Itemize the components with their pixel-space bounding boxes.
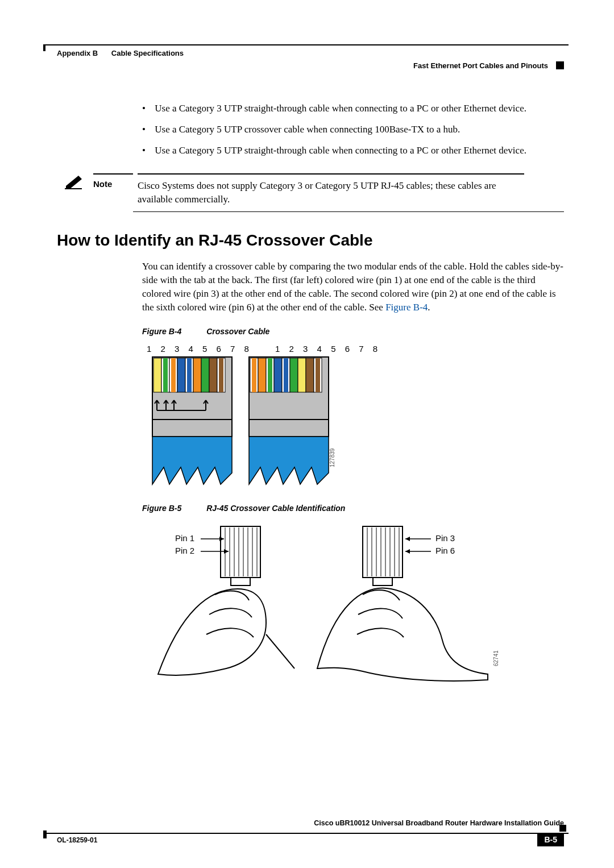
note-text: Cisco Systems does not supply Category 3… [138,173,524,206]
bullet-item: • Use a Category 3 UTP straight-through … [142,102,564,115]
bullet-icon: • [142,144,152,157]
svg-rect-24 [274,358,282,392]
figure-b5-id: 62741 [493,650,499,666]
footer-docnum: OL-18259-01 [57,836,97,844]
bullet-item: • Use a Category 5 UTP straight-through … [142,144,564,157]
content: • Use a Category 3 UTP straight-through … [57,102,564,688]
footer-rule [45,833,569,834]
chapter-label: Cable Specifications [111,49,184,57]
bullet-text: Use a Category 3 UTP straight-through ca… [155,103,526,114]
svg-rect-20 [252,358,256,392]
svg-rect-8 [177,358,185,392]
bullet-icon: • [142,123,152,136]
pencil-icon [57,173,91,192]
para-post: . [428,302,430,313]
svg-rect-16 [152,420,232,437]
footer-marker-left [43,830,47,838]
svg-marker-33 [249,437,329,484]
svg-rect-11 [193,358,201,392]
svg-rect-28 [298,358,306,392]
svg-rect-1 [65,188,82,189]
para-pre: You can identify a crossover cable by co… [142,261,563,312]
svg-rect-15 [219,358,223,392]
pin2-label: Pin 2 [175,546,194,555]
figure-b4-caption: Figure B-4 Crossover Cable [142,327,564,336]
note-block: Note Cisco Systems does not supply Categ… [57,173,564,213]
appendix-label: Appendix B [57,49,98,57]
figure-b5-label: Figure B-5 [142,504,181,513]
note-label: Note [93,173,133,189]
top-rule [45,44,569,45]
crossover-connectors-svg: 127839 [147,354,340,490]
svg-rect-53 [373,578,392,585]
pin-numbers-left: 1 2 3 4 5 6 7 8 [147,344,252,354]
svg-rect-43 [231,578,250,585]
footer-title: Cisco uBR10012 Universal Broadband Route… [314,819,564,827]
svg-marker-17 [152,437,232,484]
figure-b5-art: Pin 1 Pin 2 Pin 3 Pin 6 62741 [147,521,564,688]
heading-crossover: How to Identify an RJ-45 Crossover Cable [57,231,564,250]
svg-rect-23 [268,358,272,392]
rj45-hands-svg: Pin 1 Pin 2 Pin 3 Pin 6 62741 [147,521,511,686]
pin-numbers-right: 1 2 3 4 5 6 7 8 [275,344,381,354]
body-paragraph: You can identify a crossover cable by co… [142,260,564,314]
note-underline [133,211,564,212]
svg-rect-5 [163,358,168,392]
pin1-label: Pin 1 [175,533,194,543]
svg-rect-27 [290,358,298,392]
figure-b4-art: 1 2 3 4 5 6 7 8 1 2 3 4 5 6 7 8 [147,344,564,492]
pin6-label: Pin 6 [435,546,455,555]
svg-rect-12 [201,358,209,392]
pin-numbers-row: 1 2 3 4 5 6 7 8 1 2 3 4 5 6 7 8 [147,344,564,354]
svg-rect-13 [209,358,217,392]
footer-marker-right [559,825,566,832]
svg-rect-3 [154,358,161,392]
bullet-text: Use a Category 5 UTP crossover cable whe… [155,124,460,135]
svg-marker-61 [405,549,410,554]
header-left: Appendix B Cable Specifications [57,49,184,57]
svg-rect-26 [284,358,288,392]
svg-rect-44 [363,526,403,578]
page: Appendix B Cable Specifications Fast Eth… [0,0,614,868]
svg-marker-59 [405,537,410,541]
svg-rect-29 [306,358,314,392]
page-number-badge: B-5 [537,833,564,846]
svg-marker-0 [66,176,82,189]
svg-rect-21 [258,358,266,392]
svg-rect-32 [249,420,329,437]
figure-b5-caption: Figure B-5 RJ-45 Crossover Cable Identif… [142,504,564,513]
svg-rect-10 [187,358,192,392]
bullet-list: • Use a Category 3 UTP straight-through … [142,102,564,157]
section-marker [556,61,564,69]
figure-link[interactable]: Figure B-4 [385,302,428,313]
bullet-item: • Use a Category 5 UTP crossover cable w… [142,123,564,136]
figure-b4-title: Crossover Cable [206,327,269,336]
rule-tick [43,44,45,51]
figure-b4-label: Figure B-4 [142,327,181,336]
bullet-icon: • [142,102,152,115]
pin3-label: Pin 3 [435,533,455,543]
figure-b4-id: 127839 [329,448,335,467]
section-title: Fast Ethernet Port Cables and Pinouts [413,61,548,70]
svg-rect-7 [171,358,176,392]
figure-b5-title: RJ-45 Crossover Cable Identification [206,504,345,513]
svg-rect-31 [316,358,320,392]
bullet-text: Use a Category 5 UTP straight-through ca… [155,145,526,156]
